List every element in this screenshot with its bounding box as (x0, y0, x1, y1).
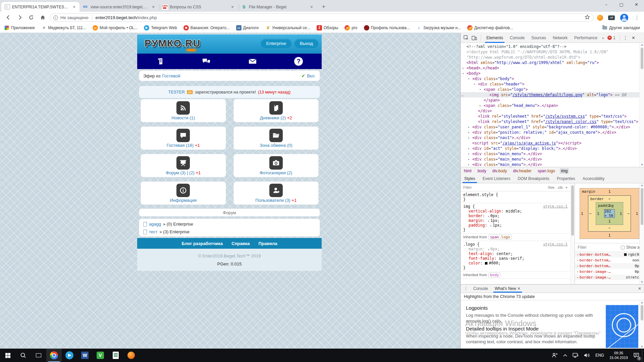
devtools-tab-console[interactable]: Console (506, 33, 528, 43)
dom-node-line[interactable]: …<img src="/style/themes/default/logo.pn… (461, 92, 639, 98)
bookmark-item[interactable]: Диспетчер файлов... (467, 25, 513, 31)
bookmark-item[interactable]: Универсальный се... (265, 25, 310, 31)
close-button[interactable]: ✕ (629, 0, 644, 10)
drawer-tab-console[interactable]: Console (470, 285, 491, 293)
bookmark-item[interactable]: Профиль пользова... (364, 25, 410, 31)
address-bar[interactable]: i Не защищено enter2019.beget.tech /inde… (50, 13, 594, 22)
bookmark-item[interactable]: Загрузка музыки н... (416, 25, 461, 31)
help-nav-icon[interactable]: ? (276, 54, 322, 69)
dom-node-line[interactable]: ▸<div class="nav1">…</div> (461, 135, 639, 140)
elements-tree[interactable]: <!--?xml version="1.0" encoding="utf-8"?… (461, 43, 639, 167)
bookmark-item[interactable]: Telegram Web (144, 25, 177, 31)
taskbar-search-icon[interactable] (15, 349, 31, 362)
bookmark-item[interactable]: Диалоги (236, 25, 259, 31)
computed-property-row[interactable]: ▸border-bottom…none (575, 257, 644, 263)
section-tile-folder[interactable]: Зона обмена (0) (233, 126, 319, 150)
breadcrumb-item[interactable]: div.body (491, 168, 508, 174)
computed-property-row[interactable]: ▸border-image-…stretch (575, 275, 644, 280)
browser-tab-4[interactable]: File Manager - Beget × (239, 2, 317, 12)
close-tab-icon[interactable]: ✕ (517, 286, 521, 291)
drawer-menu-icon[interactable]: ⋮ (462, 285, 470, 293)
styles-tab-event-listeners[interactable]: Event Listeners (479, 174, 514, 183)
browser-tab-3[interactable]: Вопросы по CSS × (160, 2, 238, 12)
more-tabs-icon[interactable]: » (602, 36, 604, 40)
forward-icon[interactable] (15, 13, 24, 22)
dom-node-line[interactable]: </div> (461, 108, 639, 114)
tab-close-icon[interactable]: × (230, 4, 235, 10)
devtools-tab-performance[interactable]: Performance (571, 33, 601, 43)
minimize-button[interactable]: – (599, 0, 614, 10)
section-tile-journal[interactable]: Дневники (2) +2 (233, 99, 319, 122)
stylesheet-link[interactable]: style.css:1 (543, 204, 568, 209)
styles-filter-input[interactable]: Filter (463, 185, 545, 189)
dom-node-line[interactable]: ▸<div class="main_menu">…</div> (461, 157, 639, 162)
topic-link[interactable]: тест (149, 229, 158, 234)
section-tile-board[interactable]: Форум (3) | (2) +1 (141, 154, 226, 177)
people-tray-icon[interactable] (549, 349, 560, 362)
dom-node-line[interactable]: ▸<div style="position: relative;" id="aj… (461, 130, 639, 135)
news-nav-icon[interactable] (137, 54, 183, 69)
extension-orange-icon[interactable] (596, 13, 604, 22)
taskbar-telegram-icon[interactable] (62, 349, 77, 362)
footer-link[interactable]: Справка (231, 241, 250, 246)
whats-new-content[interactable]: LogpointsLog messages to the Console wit… (461, 300, 644, 349)
dom-node-line[interactable]: <!--?xml version="1.0" encoding="utf-8"?… (461, 44, 639, 49)
dom-node-line[interactable]: </span> (461, 98, 639, 103)
dom-node-line[interactable]: "http://www.wapforum.org/DTD/xhtml-mobil… (461, 55, 639, 60)
dom-node-line[interactable]: ▾<body> (461, 71, 639, 76)
css-rules[interactable]: Filter :hov .cls + element.style {}img {… (461, 183, 570, 284)
maximize-button[interactable]: ▢ (614, 0, 629, 10)
home-icon[interactable] (38, 13, 47, 22)
dom-node-line[interactable]: <!doctype html PUBLIC "-//WAPFORUM//DTD … (461, 49, 639, 55)
browser-tab-2[interactable]: view-source:enter2019.beget.tech × (80, 2, 159, 12)
logout-button[interactable]: Выход (294, 39, 318, 48)
clock[interactable]: 09:3515.04.2019 (607, 349, 631, 362)
task-view-icon[interactable] (31, 349, 46, 362)
section-tile-info[interactable]: Информация (141, 181, 226, 205)
dom-node-line[interactable]: ▾<span class="logo"> (461, 87, 639, 92)
drawer-tab-whats-new[interactable]: What's New ✕ (491, 285, 524, 293)
bookmark-star-icon[interactable] (585, 14, 590, 21)
back-icon[interactable] (4, 13, 13, 22)
section-tile-user-plus[interactable]: Пользователи (3) +1 (233, 181, 319, 205)
dom-node-line[interactable]: <link rel="stylesheet" href="/style/pane… (461, 119, 639, 124)
dom-node-line[interactable]: ▸<span class="head_menu">…</span> (461, 103, 639, 108)
bookmark-item[interactable]: Приложения (4, 25, 35, 31)
inspect-icon[interactable] (463, 35, 470, 41)
section-tile-rss[interactable]: Новости (1) (141, 99, 226, 122)
breadcrumb-item[interactable]: span.logo (536, 168, 556, 174)
css-rule[interactable]: .logo {style.css:1margin: ▸0px;text-alig… (461, 241, 570, 272)
dom-node-line[interactable]: ▸<div class="user_panel_1" style="backgr… (461, 124, 639, 130)
computed-scrollbar[interactable]: ▲ ▼ (639, 183, 644, 284)
menu-kebab-icon[interactable]: ⋮ (633, 13, 641, 22)
dom-node-line[interactable]: ▸<div id="act" style="display: block;">…… (461, 146, 639, 151)
section-tile-chat[interactable]: Гостевая (16) +1 (141, 126, 226, 150)
styles-tab-styles[interactable]: Styles (461, 174, 479, 183)
chat-nav-icon[interactable] (183, 54, 230, 69)
dom-node-line[interactable]: ▾<div class="body"> (461, 76, 639, 81)
other-bookmarks[interactable]: Другие закладки (602, 25, 640, 30)
breadcrumb-item[interactable]: body (476, 168, 488, 174)
drawer-scrollbar[interactable]: ▲ ▼ (639, 301, 644, 349)
bookmark-item[interactable]: pro (344, 25, 357, 31)
class-toggle[interactable]: .cls (557, 185, 563, 189)
dom-node-line[interactable]: ▸<head>…</head> (461, 65, 639, 71)
hidden-icons-caret[interactable] (560, 349, 570, 362)
styles-tab-dom-breakpoints[interactable]: DOM Breakpoints (514, 174, 553, 183)
tab-close-icon[interactable]: × (71, 4, 77, 10)
dom-node-line[interactable]: ▸<div class="main_menu">…</div> (461, 162, 639, 167)
user-link[interactable]: TESTER (168, 90, 185, 95)
live-toggle[interactable]: Вкл. (307, 73, 316, 78)
error-badge[interactable]: ✕1 (607, 36, 615, 40)
action-center-icon[interactable]: 2 (631, 349, 642, 362)
styles-tab-properties[interactable]: Properties (553, 174, 579, 183)
breadcrumb-item[interactable]: img (560, 168, 569, 174)
enterprise-button[interactable]: Enterprise (261, 39, 291, 48)
hover-toggle[interactable]: :hov (547, 185, 554, 189)
bookmark-item[interactable]: Медвежуть БТ, 111... (41, 25, 86, 31)
language-indicator[interactable]: ENG (593, 349, 607, 362)
footer-link[interactable]: Блог разработчика (182, 241, 223, 246)
bookmark-item[interactable]: Вакансия: Операто... (183, 25, 230, 31)
dom-node-line[interactable]: <link rel="stylesheet" href="/style/syst… (461, 114, 639, 119)
volume-tray-icon[interactable] (581, 349, 593, 362)
